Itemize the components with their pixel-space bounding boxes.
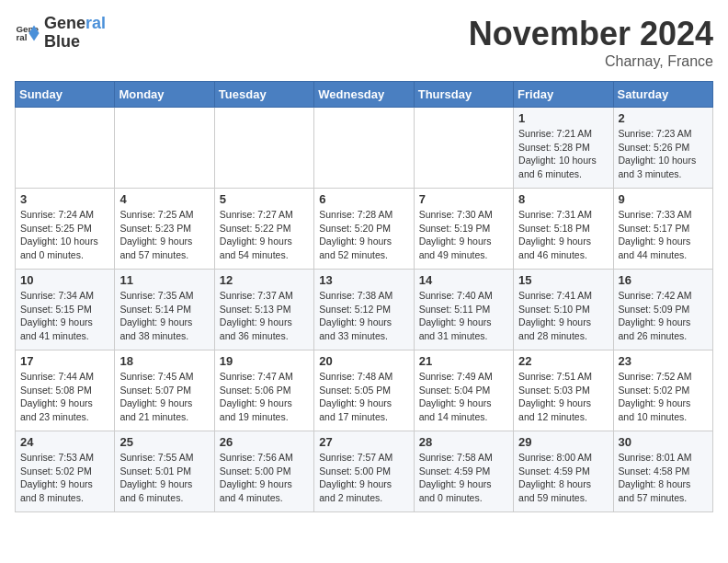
calendar-cell [115,108,214,189]
day-content: Sunrise: 7:31 AMSunset: 5:18 PMDaylight:… [518,208,608,262]
day-content: Sunrise: 7:21 AMSunset: 5:28 PMDaylight:… [518,127,608,181]
day-number: 11 [119,273,209,287]
day-content: Sunrise: 7:37 AMSunset: 5:13 PMDaylight:… [220,289,309,343]
day-number: 20 [319,354,408,368]
day-content: Sunrise: 7:25 AMSunset: 5:23 PMDaylight:… [119,208,209,262]
day-content: Sunrise: 7:41 AMSunset: 5:10 PMDaylight:… [518,289,608,343]
day-number: 22 [518,354,608,368]
calendar-cell: 12Sunrise: 7:37 AMSunset: 5:13 PMDayligh… [214,270,313,350]
calendar-cell: 28Sunrise: 7:58 AMSunset: 4:59 PMDayligh… [414,431,513,512]
calendar-cell: 13Sunrise: 7:38 AMSunset: 5:12 PMDayligh… [314,270,414,350]
logo-icon: Gene ral [15,20,40,46]
day-number: 19 [220,354,309,368]
day-content: Sunrise: 7:56 AMSunset: 5:00 PMDaylight:… [220,451,309,505]
day-content: Sunrise: 7:52 AMSunset: 5:02 PMDaylight:… [619,370,708,424]
calendar-cell [214,108,313,189]
day-number: 25 [119,435,209,449]
calendar-cell [414,108,513,189]
day-content: Sunrise: 7:57 AMSunset: 5:00 PMDaylight:… [319,451,408,505]
day-content: Sunrise: 7:55 AMSunset: 5:01 PMDaylight:… [119,451,209,505]
day-number: 30 [619,435,708,449]
day-number: 24 [20,435,109,449]
calendar-week: 10Sunrise: 7:34 AMSunset: 5:15 PMDayligh… [16,270,713,350]
calendar-cell: 22Sunrise: 7:51 AMSunset: 5:03 PMDayligh… [514,350,613,431]
day-number: 7 [419,192,508,206]
day-content: Sunrise: 8:00 AMSunset: 4:59 PMDaylight:… [518,451,608,505]
calendar-cell: 6Sunrise: 7:28 AMSunset: 5:20 PMDaylight… [314,189,414,270]
calendar-week: 17Sunrise: 7:44 AMSunset: 5:08 PMDayligh… [16,350,713,431]
calendar-week: 3Sunrise: 7:24 AMSunset: 5:25 PMDaylight… [16,189,713,270]
day-content: Sunrise: 7:24 AMSunset: 5:25 PMDaylight:… [20,208,109,262]
page-header: Gene ral GeneralBlue November 2024 Charn… [15,15,713,70]
day-content: Sunrise: 7:42 AMSunset: 5:09 PMDaylight:… [619,289,708,343]
calendar-cell: 17Sunrise: 7:44 AMSunset: 5:08 PMDayligh… [16,350,115,431]
day-content: Sunrise: 7:34 AMSunset: 5:15 PMDaylight:… [20,289,109,343]
calendar-body: 1Sunrise: 7:21 AMSunset: 5:28 PMDaylight… [16,108,713,512]
day-number: 9 [619,192,708,206]
day-number: 2 [619,111,708,125]
calendar-cell [314,108,414,189]
day-content: Sunrise: 7:38 AMSunset: 5:12 PMDaylight:… [319,289,408,343]
title-block: November 2024 Charnay, France [469,15,713,70]
day-number: 26 [220,435,309,449]
calendar-cell: 20Sunrise: 7:48 AMSunset: 5:05 PMDayligh… [314,350,414,431]
calendar-cell: 30Sunrise: 8:01 AMSunset: 4:58 PMDayligh… [613,431,712,512]
location: Charnay, France [469,53,713,70]
day-number: 15 [518,273,608,287]
calendar-cell: 9Sunrise: 7:33 AMSunset: 5:17 PMDaylight… [613,189,712,270]
day-content: Sunrise: 7:35 AMSunset: 5:14 PMDaylight:… [119,289,209,343]
weekday-header: Friday [514,82,613,108]
day-number: 1 [518,111,608,125]
header-row: SundayMondayTuesdayWednesdayThursdayFrid… [16,82,713,108]
calendar-cell: 15Sunrise: 7:41 AMSunset: 5:10 PMDayligh… [514,270,613,350]
day-number: 6 [319,192,408,206]
calendar-cell [16,108,115,189]
day-content: Sunrise: 7:58 AMSunset: 4:59 PMDaylight:… [419,451,508,505]
day-content: Sunrise: 7:49 AMSunset: 5:04 PMDaylight:… [419,370,508,424]
day-number: 8 [518,192,608,206]
calendar-cell: 29Sunrise: 8:00 AMSunset: 4:59 PMDayligh… [514,431,613,512]
day-number: 17 [20,354,109,368]
calendar-cell: 8Sunrise: 7:31 AMSunset: 5:18 PMDaylight… [514,189,613,270]
day-number: 21 [419,354,508,368]
day-content: Sunrise: 7:27 AMSunset: 5:22 PMDaylight:… [220,208,309,262]
day-content: Sunrise: 7:48 AMSunset: 5:05 PMDaylight:… [319,370,408,424]
calendar-cell: 5Sunrise: 7:27 AMSunset: 5:22 PMDaylight… [214,189,313,270]
day-content: Sunrise: 7:33 AMSunset: 5:17 PMDaylight:… [619,208,708,262]
day-content: Sunrise: 7:23 AMSunset: 5:26 PMDaylight:… [619,127,708,181]
day-content: Sunrise: 7:51 AMSunset: 5:03 PMDaylight:… [518,370,608,424]
logo-text: GeneralBlue [44,15,106,52]
calendar-week: 24Sunrise: 7:53 AMSunset: 5:02 PMDayligh… [16,431,713,512]
calendar-cell: 16Sunrise: 7:42 AMSunset: 5:09 PMDayligh… [613,270,712,350]
day-content: Sunrise: 8:01 AMSunset: 4:58 PMDaylight:… [619,451,708,505]
calendar-cell: 27Sunrise: 7:57 AMSunset: 5:00 PMDayligh… [314,431,414,512]
calendar-cell: 10Sunrise: 7:34 AMSunset: 5:15 PMDayligh… [16,270,115,350]
day-number: 10 [20,273,109,287]
day-content: Sunrise: 7:28 AMSunset: 5:20 PMDaylight:… [319,208,408,262]
day-content: Sunrise: 7:30 AMSunset: 5:19 PMDaylight:… [419,208,508,262]
day-number: 5 [220,192,309,206]
weekday-header: Tuesday [214,82,313,108]
calendar-cell: 18Sunrise: 7:45 AMSunset: 5:07 PMDayligh… [115,350,214,431]
calendar-cell: 19Sunrise: 7:47 AMSunset: 5:06 PMDayligh… [214,350,313,431]
calendar-cell: 3Sunrise: 7:24 AMSunset: 5:25 PMDaylight… [16,189,115,270]
logo: Gene ral GeneralBlue [15,15,106,52]
day-content: Sunrise: 7:47 AMSunset: 5:06 PMDaylight:… [220,370,309,424]
day-content: Sunrise: 7:44 AMSunset: 5:08 PMDaylight:… [20,370,109,424]
day-number: 28 [419,435,508,449]
day-content: Sunrise: 7:53 AMSunset: 5:02 PMDaylight:… [20,451,109,505]
calendar-table: SundayMondayTuesdayWednesdayThursdayFrid… [15,81,713,512]
month-title: November 2024 [469,15,713,53]
day-number: 29 [518,435,608,449]
svg-text:ral: ral [16,32,27,42]
weekday-header: Thursday [414,82,513,108]
calendar-cell: 1Sunrise: 7:21 AMSunset: 5:28 PMDaylight… [514,108,613,189]
day-number: 3 [20,192,109,206]
day-number: 23 [619,354,708,368]
day-number: 12 [220,273,309,287]
calendar-cell: 7Sunrise: 7:30 AMSunset: 5:19 PMDaylight… [414,189,513,270]
weekday-header: Sunday [16,82,115,108]
calendar-header: SundayMondayTuesdayWednesdayThursdayFrid… [16,82,713,108]
day-content: Sunrise: 7:45 AMSunset: 5:07 PMDaylight:… [119,370,209,424]
day-number: 4 [119,192,209,206]
